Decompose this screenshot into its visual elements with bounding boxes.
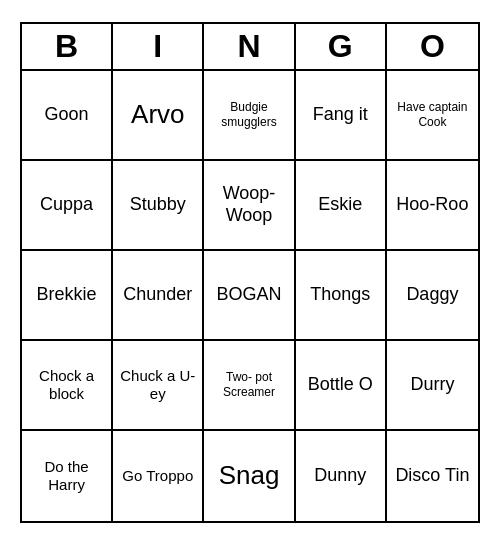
bingo-cell[interactable]: Durry (387, 341, 478, 431)
bingo-cell[interactable]: Bottle O (296, 341, 387, 431)
bingo-cell[interactable]: Eskie (296, 161, 387, 251)
header-letter: I (113, 24, 204, 69)
bingo-cell[interactable]: Two- pot Screamer (204, 341, 295, 431)
bingo-cell[interactable]: Dunny (296, 431, 387, 521)
bingo-header: BINGO (22, 24, 478, 71)
bingo-cell[interactable]: Woop-Woop (204, 161, 295, 251)
bingo-cell[interactable]: Cuppa (22, 161, 113, 251)
bingo-cell[interactable]: Chunder (113, 251, 204, 341)
bingo-cell[interactable]: Do the Harry (22, 431, 113, 521)
header-letter: G (296, 24, 387, 69)
bingo-cell[interactable]: Brekkie (22, 251, 113, 341)
bingo-card: BINGO GoonArvoBudgie smugglersFang itHav… (20, 22, 480, 523)
bingo-cell[interactable]: Fang it (296, 71, 387, 161)
bingo-cell[interactable]: Chock a block (22, 341, 113, 431)
bingo-cell[interactable]: Disco Tin (387, 431, 478, 521)
header-letter: N (204, 24, 295, 69)
bingo-cell[interactable]: Hoo-Roo (387, 161, 478, 251)
bingo-cell[interactable]: Thongs (296, 251, 387, 341)
bingo-cell[interactable]: Have captain Cook (387, 71, 478, 161)
bingo-cell[interactable]: Daggy (387, 251, 478, 341)
bingo-cell[interactable]: Arvo (113, 71, 204, 161)
bingo-cell[interactable]: Budgie smugglers (204, 71, 295, 161)
bingo-cell[interactable]: Chuck a U-ey (113, 341, 204, 431)
bingo-cell[interactable]: Snag (204, 431, 295, 521)
bingo-cell[interactable]: Stubby (113, 161, 204, 251)
header-letter: B (22, 24, 113, 69)
bingo-cell[interactable]: Go Troppo (113, 431, 204, 521)
header-letter: O (387, 24, 478, 69)
bingo-grid: GoonArvoBudgie smugglersFang itHave capt… (22, 71, 478, 521)
bingo-cell[interactable]: BOGAN (204, 251, 295, 341)
bingo-cell[interactable]: Goon (22, 71, 113, 161)
